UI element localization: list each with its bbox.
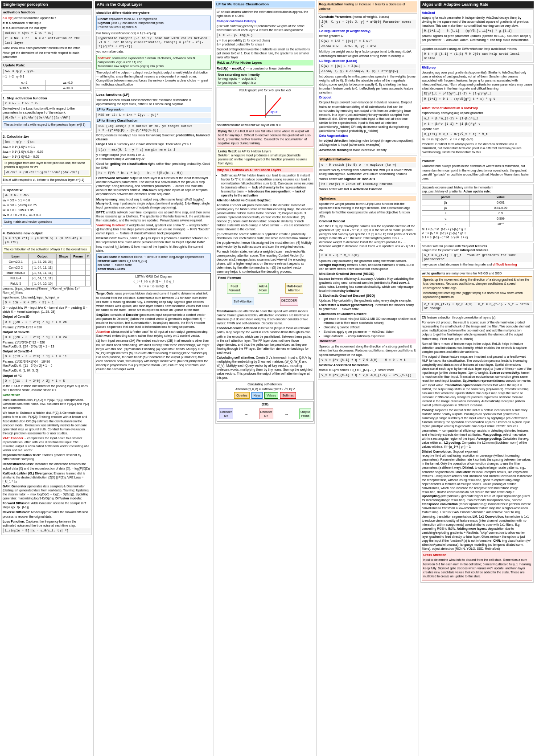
adam-v-formula: v_t = β₂*v_{t-1} + (1-β₂)*g²_t <box>422 122 532 127</box>
cross-attn-label: Cross Attention <box>423 553 531 557</box>
wi-he-formula: He: var(W) = 2/num of incoming neurons <box>319 182 416 187</box>
col-perceptron: Single-layer perceptron activation funct… <box>0 0 94 756</box>
lf-multiclass-header: LF for Multiclass Classification <box>215 1 315 8</box>
o-formula1: O = [(W - K + 2P) / S] + 1 <box>3 300 91 305</box>
dot-product-note: For every dot product, the result is sca… <box>422 320 532 340</box>
cat-cross-entropy-note: (use with Softmax) penalty Ω penalizes t… <box>217 24 313 32</box>
gradient-descent-title: Gradient Descent <box>319 219 416 223</box>
linear-box: Linear: equivalent to no AF. For regress… <box>96 16 211 30</box>
dying-relu: Dying ReLU: a ReLU unit can fall into a … <box>217 128 313 147</box>
softmax-scores: (3) Softmax the scores: softmax is appli… <box>217 232 313 248</box>
adagrad-note: param i applies all prev parameter updat… <box>422 34 532 42</box>
cn-desc: CN feature extraction through convolutio… <box>422 315 532 319</box>
relu-non-saturating: Non saturating non-linearity for neg inp… <box>217 71 313 86</box>
params-note: params: (input_channels)*Kernel_h*Kernel… <box>3 286 91 294</box>
conv-params: O = output h/w W = input h/w K = kernel … <box>3 306 91 314</box>
cross-attention-box: Cross Attention input to determine what … <box>422 552 532 580</box>
y-target: y = target output (true label) 1 or -1z … <box>96 153 211 161</box>
lim4: large datasets → computationally expensi… <box>324 334 416 338</box>
weights-init-title: Weights Initialization <box>319 157 416 162</box>
svg-text:output: output <box>268 110 278 114</box>
2b-arrow: → <box>244 411 248 417</box>
gd-calc: Updates θ by calculating the gradients u… <box>319 259 416 271</box>
conv2d-params: Params: (1*1*3*3+1)*12 = 320MaxPool2d-3:… <box>3 340 91 348</box>
attn-bottom-blocks: Self-Attention DECODER <box>218 296 312 307</box>
y-note: y = true probability (1 for correct clas… <box>217 38 313 46</box>
learning-rate-section: Smaller rate for params with frequent fe… <box>420 243 534 269</box>
relu-diagram-label: ReLU graph: y=0 for x<0, y=x for x≥0 <box>218 88 312 92</box>
weights-init-section: Weights Initialization σ → 0 vanish (to … <box>318 155 417 194</box>
lstm-note: Reserve Gate: takes x_t and h_{t-1} as i… <box>96 236 211 252</box>
loss-fn-section: Loss functions (LF) The loss function sh… <box>95 90 212 373</box>
act-fn-title: activation function <box>2 10 91 15</box>
num-filters: Num of filters = num of feature maps in … <box>422 342 532 354</box>
calc-self-attn: Calculating self-attention: Create 3 v's… <box>217 356 313 380</box>
adagrad-title: AdaGrad <box>422 11 532 15</box>
attn-diagram-label: Feed Forward <box>218 276 312 280</box>
vae-components: VAE: Encoder→ compresses the input down … <box>3 436 91 452</box>
attention-note: Attention allows model to "refer back" t… <box>96 330 211 338</box>
leaky-relu: Leaky ReLU: as AF for Hidden Layers Solu… <box>217 148 313 167</box>
additional-notes-section: wrt to gradients are noisy over time for… <box>420 270 534 313</box>
l2-formula: Ω(w) = 1/2 * ||w||² = Σ wᵢ² <box>319 39 416 44</box>
calc-dw-ex2: Δw₂ = 0.1*(1-0)*(-0.5) = -0.05 <box>3 150 91 154</box>
output-conv1-title: Output of Conv1D <box>3 315 91 319</box>
2b-dec1: DecoderN× <box>259 409 273 419</box>
sad-formula: Attention(Q,K,V) = softmax(QK^T / √d_k) … <box>218 387 312 391</box>
gd-update-formula: θ = θ - η * ∇_θ J(θ) <box>319 253 416 258</box>
constrain-params: Constrain Parameters (norms of weights, … <box>319 15 416 19</box>
softmax-output-note: The output of the output = z (input vect… <box>96 70 211 86</box>
l2-effect: Multiply the weight vector by a factor p… <box>319 49 416 57</box>
normalize-note: you normalize data. <box>96 49 211 53</box>
attention-model: Attention Model vs Classic Seq2Seq: <box>217 198 313 202</box>
wi-works-better: Works better with Sigmoid or Tanh AFs <box>319 177 416 181</box>
act-fn-note3: a' = a activation of the last layer <box>3 26 91 30</box>
adagrad-desc: adapts η for each parameter θ, independe… <box>422 16 532 28</box>
update-w-ex4: w₃ = 0 + 0.2 = 0.2, w₄ = 0.3 <box>3 213 91 217</box>
col1-title: Single-layer perceptron <box>1 1 92 8</box>
final-formula: v_t = βv_{t-1} + η∇_θ J(θ) θ_t = θ_{t-1}… <box>422 302 532 311</box>
delta-note: δ is at with respect to z', before to th… <box>3 178 91 182</box>
sad-label: Calculating self-attention: <box>218 382 312 386</box>
update-w-ex2: w₂ = 0.8 + (-0.05) = 0.75 <box>3 203 91 207</box>
feedforward-formula: hₗ = f(Wₗ * hₗ₋₁ + bₗ) hₗ = f(h̃ₗ(hₗ₋₁, … <box>96 171 211 176</box>
sad-word4: Softmax <box>280 392 296 399</box>
generative-note: Generative: <box>3 393 91 397</box>
2b-out: OutputProbs <box>299 409 311 419</box>
wi-he-note: Works better with ReLU Activation Functi… <box>319 187 416 191</box>
adam-update-formula: θ_{t+1} = θ_t - α/(√v̂_t + ε) * m̂_t <box>422 132 532 137</box>
cat-cross-entropy-title: Categorical Cross Entropy <box>217 19 313 23</box>
lf-binary-title: LF for Binary Classification <box>96 118 211 123</box>
step-activation-section: 1. Step activation function z = w₀ + Σ w… <box>1 94 92 131</box>
reverse-diffusion: Reverse Diffusion: Model approximates th… <box>3 510 91 518</box>
update-w-title: 3. Update w <box>3 188 91 192</box>
adam-section: Adam: best of Momentum & RMSProp exponen… <box>420 105 534 156</box>
sad-word1: Queries <box>234 392 250 399</box>
encoder-decoder-note: Encoder-Decoder Attention in between (he… <box>217 326 313 355</box>
ewa-note: Updates calculated using an EWA which ca… <box>422 47 532 51</box>
weight-table: x₁=2w₁=0.5 x₂=0.5w₂=0.8 <box>3 80 91 91</box>
summary-formulas: M_t = β₁ * M_{t-1} + (1-β₁) * g_tV_t = β… <box>422 227 532 239</box>
optimizers-title: Optimizers <box>319 196 416 201</box>
bp-formula: ∂L/∂zˡ = (∂L/∂zˡ⁺¹)(∂zˡ⁺¹/∂aˡ)(∂aˡ/∂zˡ) <box>4 170 89 175</box>
calc-dw-ex3: Δw₀ = 0.1*(1-0)*0.5 = 0.05 <box>3 155 91 159</box>
conv1d-formula: O = [(28 - 3 + 2*0) / 1] + 1 = 26 <box>3 320 91 325</box>
adam-values-table: paramvalue β₁0.001 β₂0.81-0.99 ε0.9 α0.9… <box>422 194 532 227</box>
lstm-formula-h: h_t = o_t ⊙ tanh(c_t) <box>98 284 210 288</box>
bptt-note: BPTT: unfolds network over time, compute… <box>96 210 211 222</box>
rnn-types: Many-to-many: map input seq to output se… <box>96 197 211 209</box>
problem-label: Problem: <box>422 159 532 163</box>
reconstruction-loss: Reconstruction loss: Measures the differ… <box>3 462 91 470</box>
update-w-ex1: w₁ = 0.5 + 0.1 = 0.6 <box>3 198 91 202</box>
lf-regression-title: LF for Regression <box>96 107 211 112</box>
tanh-formula: Hyperbolic tangent (-1 to 1): same but w… <box>96 36 211 49</box>
conv2d4-formula: O = [(13 - 3 + 2*0) / 1] + 1 = 11 <box>3 354 91 359</box>
act-fn-note1: a = σ(z) activation function applied to … <box>3 16 91 20</box>
reg-header: Regularization trading an increase in bi… <box>318 1 417 12</box>
l1-effect: Introduces a penalty term that promotes … <box>319 74 416 94</box>
binary-class-formula: For binary classification: σ(z) = 1/(1+e… <box>96 31 211 35</box>
diffusion-desc: Forward Diffusion: Adds Gaussian noise t… <box>3 501 91 509</box>
adagrad-section: AdaGrad adapts η for each parameter θ, i… <box>420 9 534 45</box>
attention-diagram: Feed Forward FeedForward Add &Norm Multi… <box>217 274 313 308</box>
backprop-note: To propagate from one layer to the previ… <box>3 159 91 176</box>
